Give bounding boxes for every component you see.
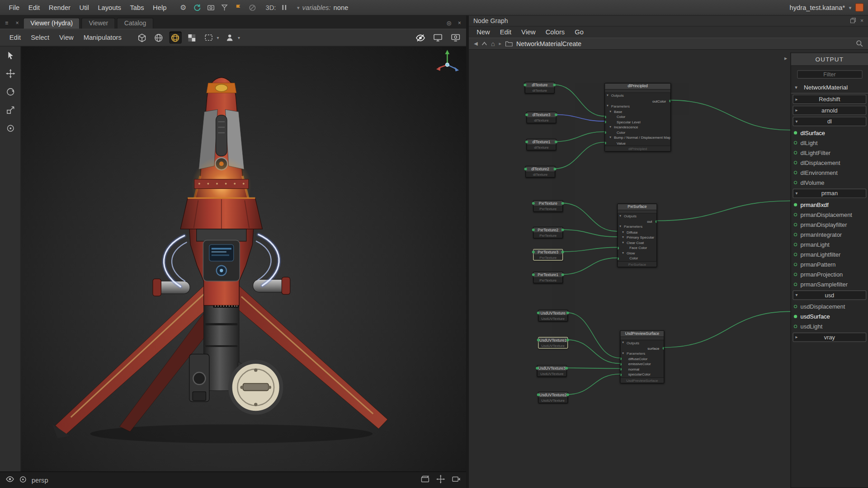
- output-row[interactable]: prman: [793, 189, 866, 198]
- node-row[interactable]: Face Color: [618, 245, 657, 250]
- pivot-tool-icon[interactable]: [4, 122, 16, 135]
- node-PxrTexture[interactable]: PxrTexturePxrTexture: [533, 200, 563, 212]
- node-PxrSurface[interactable]: PxrSurface OutputsoutParametersDiffusePr…: [617, 204, 657, 267]
- select-arrow-icon[interactable]: [4, 49, 16, 61]
- orientation-gizmo[interactable]: [432, 48, 463, 80]
- node-row[interactable]: emissiveColor: [621, 361, 664, 367]
- pause-icon[interactable]: [282, 5, 287, 10]
- output-row[interactable]: prmanLightfilter: [791, 249, 868, 259]
- checker-icon[interactable]: [186, 32, 198, 44]
- filter-input[interactable]: [797, 70, 862, 79]
- panel-collapse-icon[interactable]: ▸: [784, 55, 787, 61]
- node-graph-menu-item[interactable]: Edit: [495, 27, 516, 37]
- viewer-menu-item[interactable]: Edit: [5, 32, 26, 44]
- node-PxrTexture3[interactable]: PxrTexture3PxrTexture: [533, 249, 563, 261]
- menubar-item[interactable]: Tabs: [126, 2, 149, 13]
- node-row[interactable]: specularColor: [621, 372, 664, 377]
- shaded-cube-icon[interactable]: [136, 32, 148, 44]
- viewport-3d[interactable]: [21, 47, 466, 471]
- node-row[interactable]: Clear Coat: [618, 240, 657, 245]
- settings-gear-icon[interactable]: ⚙: [179, 3, 188, 12]
- slate-icon[interactable]: [421, 475, 430, 485]
- wireframe-sphere-icon[interactable]: [169, 32, 181, 44]
- rotate-tool-icon[interactable]: [4, 86, 16, 98]
- menubar-item[interactable]: Help: [148, 2, 171, 13]
- menubar-item[interactable]: File: [5, 2, 24, 13]
- menubar-item[interactable]: Layouts: [94, 2, 126, 13]
- scale-tool-icon[interactable]: [4, 104, 16, 116]
- output-row[interactable]: prmanDisplayfilter: [791, 220, 868, 230]
- node-PxrTexture1[interactable]: PxrTexture1PxrTexture: [533, 272, 563, 283]
- node-row[interactable]: Base: [605, 109, 670, 114]
- monitor-snapshot-icon[interactable]: [449, 32, 462, 44]
- output-row[interactable]: NetworkMaterial: [791, 82, 868, 93]
- camera-target-icon[interactable]: [19, 475, 27, 484]
- up-icon[interactable]: [481, 42, 487, 46]
- output-row[interactable]: Redshift: [793, 94, 866, 104]
- snapshot-icon[interactable]: [207, 3, 216, 12]
- output-row[interactable]: dlLightFilter: [791, 148, 868, 158]
- camera-name[interactable]: persp: [32, 476, 48, 484]
- camera-export-icon[interactable]: [452, 475, 461, 485]
- output-row[interactable]: prmanPattern: [791, 259, 868, 269]
- output-row[interactable]: dlSurface: [791, 128, 868, 138]
- project-title[interactable]: hydra_test.katana*: [790, 4, 845, 11]
- node-row[interactable]: Outputs: [618, 214, 657, 219]
- node-row[interactable]: Diffuse: [618, 230, 657, 235]
- sync-icon[interactable]: [193, 3, 202, 12]
- translate-tool-icon[interactable]: [4, 67, 16, 80]
- node-UsdUVTexture1[interactable]: UsdUVTexture1UsdUVTexture: [538, 337, 568, 349]
- node-row[interactable]: out: [618, 219, 657, 224]
- back-icon[interactable]: ◀: [474, 41, 477, 47]
- output-row[interactable]: prmanSamplefilter: [791, 279, 868, 289]
- node-graph-menu-item[interactable]: New: [472, 27, 494, 37]
- output-row[interactable]: dlEnvironment: [791, 168, 868, 178]
- pane-close-icon[interactable]: ×: [13, 18, 22, 27]
- flag-icon[interactable]: [234, 3, 243, 12]
- node-row[interactable]: Parameters: [605, 103, 670, 109]
- camera-person-icon[interactable]: [223, 32, 236, 44]
- node-row[interactable]: surface: [621, 346, 664, 351]
- output-row[interactable]: vray: [793, 333, 866, 342]
- output-row[interactable]: arnold: [793, 106, 866, 115]
- menubar-item[interactable]: Util: [75, 2, 94, 13]
- node-graph-menu-item[interactable]: Go: [570, 27, 588, 37]
- viewer-menu-item[interactable]: View: [54, 32, 79, 44]
- node-row[interactable]: normal: [621, 366, 664, 372]
- viewer-tab[interactable]: Viewer (Hydra): [23, 18, 80, 28]
- node-row[interactable]: Color: [605, 130, 670, 135]
- chevron-down-icon[interactable]: ▾: [238, 35, 240, 40]
- node-UsdUVTexture3[interactable]: UsdUVTexture3UsdUVTexture: [537, 365, 567, 377]
- pane-close-icon[interactable]: ×: [455, 18, 464, 27]
- pane-float-icon[interactable]: [850, 18, 856, 24]
- node-dlPrincipled[interactable]: dlPrincipled OutputsoutColorParametersBa…: [604, 83, 671, 152]
- node-row[interactable]: Color: [605, 114, 670, 119]
- output-row[interactable]: usdLight: [791, 321, 868, 331]
- node-row[interactable]: Outputs: [605, 93, 670, 99]
- chevron-down-icon[interactable]: ▾: [849, 5, 852, 10]
- breadcrumb-label[interactable]: NetworkMaterialCreate: [516, 40, 581, 47]
- marquee-select-icon[interactable]: [203, 32, 215, 44]
- node-row[interactable]: Bump / Normal / Displacement Map: [605, 135, 670, 141]
- node-row[interactable]: outColor: [605, 98, 670, 103]
- node-row[interactable]: diffuseColor: [621, 356, 664, 361]
- node-row[interactable]: Parameters: [621, 351, 664, 356]
- output-row[interactable]: dlLight: [791, 138, 868, 148]
- node-dlTexture2[interactable]: dlTexture2dlTexture: [525, 166, 555, 178]
- output-row[interactable]: usdDisplacement: [791, 301, 868, 311]
- menubar-item[interactable]: Render: [44, 2, 75, 13]
- node-row[interactable]: Glow: [618, 250, 657, 256]
- pane-pin-icon[interactable]: ◎: [444, 18, 453, 27]
- output-row[interactable]: prmanLight: [791, 239, 868, 249]
- pane-menu-icon[interactable]: ≡: [2, 18, 11, 27]
- viewer-tab[interactable]: Catalog: [117, 18, 153, 28]
- render-status-icon[interactable]: [855, 3, 863, 11]
- output-row[interactable]: prmanIntegrator: [791, 230, 868, 239]
- pan-icon[interactable]: [436, 475, 445, 485]
- node-row[interactable]: Specular Level: [605, 119, 670, 125]
- node-UsdUVTexture2[interactable]: UsdUVTexture2UsdUVTexture: [538, 392, 568, 404]
- output-row[interactable]: usdSurface: [791, 311, 868, 321]
- root-icon[interactable]: ⌂: [491, 40, 495, 47]
- wand-icon[interactable]: [220, 3, 229, 12]
- viewer-menu-item[interactable]: Manipulators: [79, 32, 127, 44]
